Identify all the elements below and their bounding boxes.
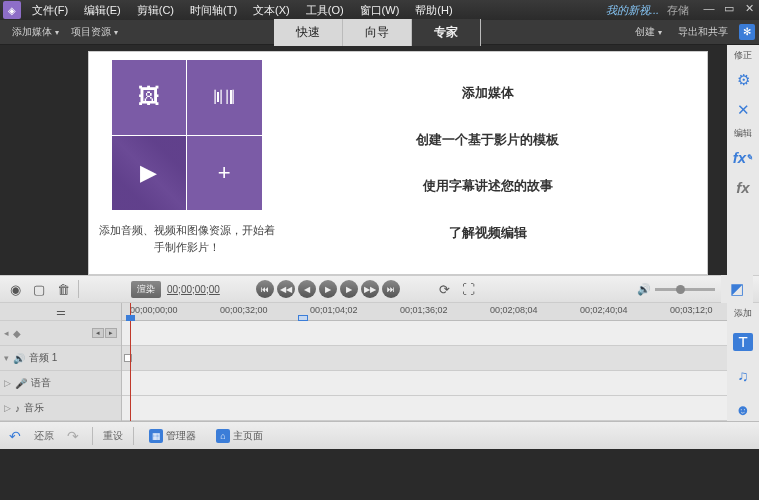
export-share-button[interactable]: 导出和共享 [673,23,733,41]
ruler-mark: 00;01;04;02 [310,305,358,315]
graphics-icon[interactable]: ☻ [732,399,754,419]
snapshot-icon[interactable]: ▢ [30,280,48,298]
action-add-media[interactable]: 添加媒体 [277,74,699,112]
track-row-audio1[interactable] [122,346,727,371]
fx-a-icon[interactable]: fx✎ [732,147,754,169]
workspace: 🖼 ⎮⎮⎮⎮ ▶ + 添加音频、视频和图像资源，开始着手制作影片！ 添加媒体 创… [0,45,759,275]
loop-icon[interactable]: ⟳ [436,280,454,298]
settings-gear-icon[interactable]: ✻ [739,24,755,40]
adjust-icon[interactable]: ⚙ [732,69,754,91]
track-head-voice[interactable]: ▷🎤 语音 [0,371,121,396]
fullscreen-icon[interactable]: ⛶ [460,280,478,298]
tab-guided[interactable]: 向导 [343,19,412,46]
timeline-body[interactable]: 00;00;00;00 00;00;32;00 00;01;04;02 00;0… [122,303,727,421]
tools-icon[interactable]: ✕ [732,99,754,121]
footer-bar: ↶ 还原 ↷ 重设 ▦ 管理器 ⌂ 主页面 [0,421,759,449]
track-label: 音乐 [24,401,44,415]
grid-icon: ▦ [149,429,163,443]
timeline-sidebar: 添加 T ♫ ☻ [727,303,759,421]
timeline-settings-icon[interactable]: ⚌ [0,303,121,321]
fast-fwd-icon[interactable]: ▶▶ [361,280,379,298]
scrub-handle-icon[interactable] [298,315,308,321]
mute-toggle-icon[interactable]: ◂ [4,328,9,338]
goto-start-icon[interactable]: ⏮ [256,280,274,298]
rewind-icon[interactable]: ◀◀ [277,280,295,298]
action-subtitle-story[interactable]: 使用字幕讲述您的故事 [277,167,699,205]
menu-edit[interactable]: 编辑(E) [76,3,129,18]
app-logo-icon: ◈ [3,1,21,19]
add-media-dropdown[interactable]: 添加媒体 [6,23,65,41]
project-assets-dropdown[interactable]: 项目资源 [65,23,124,41]
volume-slider[interactable]: 🔊 [637,283,715,296]
undo-label: 还原 [34,429,54,443]
track-head-audio1[interactable]: ▾🔊 音频 1 [0,346,121,371]
play-icon[interactable]: ▶ [319,280,337,298]
menubar: 文件(F) 编辑(E) 剪辑(C) 时间轴(T) 文本(X) 工具(O) 窗口(… [24,3,606,18]
menu-file[interactable]: 文件(F) [24,3,76,18]
goto-end-icon[interactable]: ⏭ [382,280,400,298]
track-headers: ⚌ ◂ ◆ ◂▸ ▾🔊 音频 1 ▷🎤 语音 ▷♪ 音乐 [0,303,122,421]
minimize-icon[interactable]: — [699,2,719,18]
maximize-icon[interactable]: ▭ [719,2,739,18]
workspace-tabs: 快速 向导 专家 [124,19,630,46]
ruler-mark: 00;00;00;00 [130,305,178,315]
action-create-template[interactable]: 创建一个基于影片的模板 [277,121,699,159]
camera-icon[interactable]: ◉ [6,280,24,298]
create-dropdown[interactable]: 创建 [630,23,667,41]
trash-icon[interactable]: 🗑 [54,280,72,298]
transitions-icon[interactable]: ◩ [726,278,748,300]
track-row-video[interactable] [122,321,727,346]
step-fwd-icon[interactable]: ▶ [340,280,358,298]
transport-bar: ◉ ▢ 🗑 渲染 00;00;00;00 ⏮ ◀◀ ◀ ▶ ▶ ▶▶ ⏭ ⟳ ⛶… [0,275,759,303]
home-button[interactable]: ⌂ 主页面 [211,427,268,445]
ruler-mark: 00;03;12;0 [670,305,713,315]
menu-tools[interactable]: 工具(O) [298,3,352,18]
ruler-mark: 00;01;36;02 [400,305,448,315]
titlebar: ◈ 文件(F) 编辑(E) 剪辑(C) 时间轴(T) 文本(X) 工具(O) 窗… [0,0,759,20]
track-label: 音频 1 [29,351,57,365]
render-button[interactable]: 渲染 [131,281,161,298]
tab-quick[interactable]: 快速 [274,19,343,46]
track-row-voice[interactable] [122,371,727,396]
timeline: ⚌ ◂ ◆ ◂▸ ▾🔊 音频 1 ▷🎤 语音 ▷♪ 音乐 00;00;00;00… [0,303,759,421]
menu-timeline[interactable]: 时间轴(T) [182,3,245,18]
fx-b-icon[interactable]: fx [732,177,754,199]
close-icon[interactable]: ✕ [739,2,759,18]
mic-icon[interactable]: 🎤 [15,378,27,389]
home-icon: ⌂ [216,429,230,443]
tile-image-icon: 🖼 [112,60,187,135]
timecode-display[interactable]: 00;00;00;00 [167,284,220,295]
speaker-small-icon[interactable]: 🔊 [13,353,25,364]
action-learn-editing[interactable]: 了解视频编辑 [277,214,699,252]
media-tiles: 🖼 ⎮⎮⎮⎮ ▶ + [112,60,262,210]
right-sidebar: 修正 ⚙ ✕ 编辑 fx✎ fx [727,45,759,275]
project-name: 我的新视... [606,3,659,18]
ruler-mark: 00;02;08;04 [490,305,538,315]
titles-icon[interactable]: T [733,333,753,351]
music-note-icon[interactable]: ♪ [15,403,20,414]
track-row-music[interactable] [122,396,727,421]
time-ruler[interactable]: 00;00;00;00 00;00;32;00 00;01;04;02 00;0… [122,303,727,321]
track-head-video[interactable]: ◂ ◆ ◂▸ [0,321,121,346]
ruler-mark: 00;00;32;00 [220,305,268,315]
save-button[interactable]: 存储 [667,3,689,18]
track-head-music[interactable]: ▷♪ 音乐 [0,396,121,421]
step-back-icon[interactable]: ◀ [298,280,316,298]
tile-video-icon: ▶ [112,136,187,211]
playhead[interactable] [130,303,131,421]
ruler-mark: 00;02;40;04 [580,305,628,315]
organizer-button[interactable]: ▦ 管理器 [144,427,201,445]
sidebar-label-add: 添加 [734,307,752,321]
menu-clip[interactable]: 剪辑(C) [129,3,182,18]
redo-icon[interactable]: ↷ [64,427,82,445]
tab-expert[interactable]: 专家 [412,19,481,46]
undo-icon[interactable]: ↶ [6,427,24,445]
menu-help[interactable]: 帮助(H) [407,3,460,18]
audio-icon[interactable]: ♫ [732,365,754,385]
reset-button[interactable]: 重设 [103,429,123,443]
speaker-icon: 🔊 [637,283,651,296]
tile-add-icon: + [187,136,262,211]
menu-window[interactable]: 窗口(W) [352,3,408,18]
menu-text[interactable]: 文本(X) [245,3,298,18]
toolbar: 添加媒体 项目资源 快速 向导 专家 创建 导出和共享 ✻ [0,20,759,45]
